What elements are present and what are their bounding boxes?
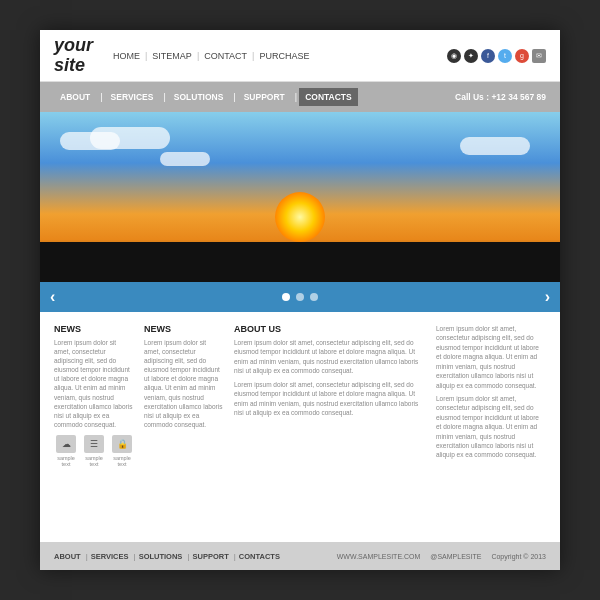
cloud-4	[160, 152, 210, 166]
footer-nav-solutions[interactable]: SOLUTIONS	[139, 552, 183, 561]
footer-nav-support[interactable]: SUPPORT	[192, 552, 228, 561]
dot-1[interactable]	[282, 293, 290, 301]
nav-sitemap[interactable]: SITEMAP	[152, 51, 192, 61]
news2-body: Lorem ipsum dolor sit amet, consectetur …	[144, 338, 224, 429]
news-icons: ☁ sample text ☰ sample text 🔒 sample tex…	[54, 435, 134, 467]
footer-nav-services[interactable]: SERVICES	[91, 552, 129, 561]
hero-sky	[40, 112, 560, 282]
nav-solutions[interactable]: SOLUTIONS	[168, 92, 230, 102]
nav-bar: ABOUT | SERVICES | SOLUTIONS | SUPPORT |…	[40, 82, 560, 112]
logo-line1: your	[54, 36, 93, 56]
news-icon-cloud: ☁ sample text	[54, 435, 78, 467]
sun	[275, 192, 325, 242]
news-icon-lock: 🔒 sample text	[110, 435, 134, 467]
lock-icon: 🔒	[112, 435, 132, 453]
top-nav: HOME | SITEMAP | CONTACT | PURCHASE	[113, 51, 447, 61]
right-body2: Lorem ipsum dolor sit amet, consectetur …	[436, 394, 546, 460]
footer-nav-contacts[interactable]: CONTACTS	[239, 552, 280, 561]
doc-icon-label: sample text	[82, 455, 106, 467]
cloud-3	[460, 137, 530, 155]
sep2: |	[197, 51, 199, 61]
footer-sep2: |	[134, 552, 136, 561]
social-icon-rss[interactable]: ◉	[447, 49, 461, 63]
nav-support[interactable]: SUPPORT	[238, 92, 291, 102]
social-icon-star[interactable]: ✦	[464, 49, 478, 63]
dot-3[interactable]	[310, 293, 318, 301]
carousel-next[interactable]: ›	[545, 288, 550, 306]
news1-title: NEWS	[54, 324, 134, 334]
nav-contacts[interactable]: CONTACTS	[299, 88, 358, 106]
footer-social: @SAMPLESITE	[430, 553, 481, 560]
footer-nav: ABOUT | SERVICES | SOLUTIONS | SUPPORT |…	[54, 552, 282, 561]
cloud-2	[90, 127, 170, 149]
footer-center: WWW.SAMPLESITE.COM @SAMPLESITE	[337, 553, 482, 560]
doc-icon: ☰	[84, 435, 104, 453]
cloud-icon: ☁	[56, 435, 76, 453]
header: your site HOME | SITEMAP | CONTACT | PUR…	[40, 30, 560, 82]
logo: your site	[54, 36, 93, 76]
social-icons: ◉ ✦ f t g ✉	[447, 49, 546, 63]
about-body1: Lorem ipsum dolor sit amet, consectetur …	[234, 338, 426, 376]
nav-sep1: |	[100, 92, 102, 102]
cloud-icon-label: sample text	[54, 455, 78, 467]
nav-sep4: |	[295, 92, 297, 102]
ground	[40, 242, 560, 282]
website-mockup: your site HOME | SITEMAP | CONTACT | PUR…	[40, 30, 560, 570]
footer: ABOUT | SERVICES | SOLUTIONS | SUPPORT |…	[40, 542, 560, 570]
footer-nav-about[interactable]: ABOUT	[54, 552, 81, 561]
call-us: Call Us : +12 34 567 89	[455, 92, 546, 102]
carousel-prev[interactable]: ‹	[50, 288, 55, 306]
logo-line2: site	[54, 56, 93, 76]
sep1: |	[145, 51, 147, 61]
news2-title: NEWS	[144, 324, 224, 334]
social-icon-google[interactable]: g	[515, 49, 529, 63]
footer-copyright: Copyright © 2013	[491, 553, 546, 560]
nav-contact[interactable]: CONTACT	[204, 51, 247, 61]
news-column-1: NEWS Lorem ipsum dolor sit amet, consect…	[54, 324, 134, 530]
carousel-bar: ‹ ›	[40, 282, 560, 312]
news1-body: Lorem ipsum dolor sit amet, consectetur …	[54, 338, 134, 429]
sep3: |	[252, 51, 254, 61]
content-area: NEWS Lorem ipsum dolor sit amet, consect…	[40, 312, 560, 542]
nav-about[interactable]: ABOUT	[54, 92, 96, 102]
right-column: Lorem ipsum dolor sit amet, consectetur …	[436, 324, 546, 530]
lock-icon-label: sample text	[110, 455, 134, 467]
about-title: ABOUT US	[234, 324, 426, 334]
nav-sep2: |	[163, 92, 165, 102]
footer-website: WWW.SAMPLESITE.COM	[337, 553, 421, 560]
dot-2[interactable]	[296, 293, 304, 301]
carousel-dots	[282, 293, 318, 301]
nav-services[interactable]: SERVICES	[105, 92, 160, 102]
footer-sep4: |	[234, 552, 236, 561]
footer-sep1: |	[86, 552, 88, 561]
social-icon-twitter[interactable]: t	[498, 49, 512, 63]
about-column: ABOUT US Lorem ipsum dolor sit amet, con…	[234, 324, 426, 530]
nav-home[interactable]: HOME	[113, 51, 140, 61]
nav-sep3: |	[233, 92, 235, 102]
hero-banner	[40, 112, 560, 282]
right-body1: Lorem ipsum dolor sit amet, consectetur …	[436, 324, 546, 390]
footer-sep3: |	[187, 552, 189, 561]
social-icon-email[interactable]: ✉	[532, 49, 546, 63]
news-column-2: NEWS Lorem ipsum dolor sit amet, consect…	[144, 324, 224, 530]
social-icon-facebook[interactable]: f	[481, 49, 495, 63]
nav-purchase[interactable]: PURCHASE	[259, 51, 309, 61]
about-body2: Lorem ipsum dolor sit amet, consectetur …	[234, 380, 426, 418]
news-icon-doc: ☰ sample text	[82, 435, 106, 467]
